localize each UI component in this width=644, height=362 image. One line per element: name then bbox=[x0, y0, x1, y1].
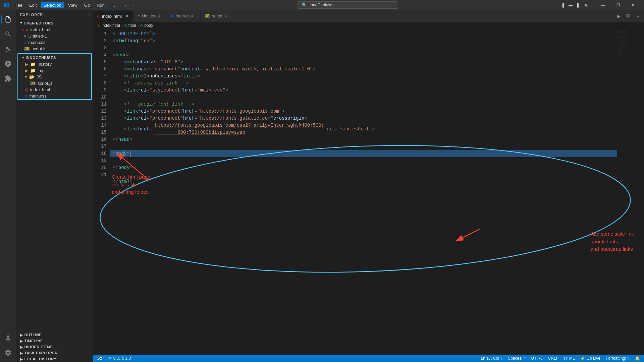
bell-icon: 🔔 bbox=[635, 356, 640, 361]
tab-main-css[interactable]: # main.css bbox=[167, 10, 201, 22]
info-icon: ℹ bbox=[125, 356, 127, 361]
breadcrumb-file[interactable]: index.html bbox=[102, 23, 120, 28]
close-button[interactable]: ✕ bbox=[626, 0, 641, 10]
menu-selection[interactable]: Selection bbox=[41, 2, 64, 8]
folder-js[interactable]: ▾ 📂 JS bbox=[18, 74, 91, 80]
formatting-status[interactable]: Formatting: × bbox=[604, 356, 631, 361]
line-endings[interactable]: CRLF bbox=[547, 356, 560, 361]
tab-main-css-label: main.css bbox=[175, 13, 193, 18]
local-history-section[interactable]: ▶ LOCAL HISTORY bbox=[16, 356, 93, 362]
tab-file-icon: ≡ bbox=[138, 14, 140, 18]
cursor-position[interactable]: Ln 17, Col 7 bbox=[479, 356, 504, 361]
breadcrumb-sep1: › bbox=[121, 23, 123, 28]
line-numbers: 1 2 3 4 5 6 7 8 9 10 11 12 13 14 15 16 1… bbox=[93, 29, 110, 355]
open-editor-script-js[interactable]: JS script.js bbox=[16, 46, 93, 52]
menu-file[interactable]: File bbox=[13, 2, 25, 8]
hidden-items-section[interactable]: ▶ HIDDEN ITEMS bbox=[16, 344, 93, 350]
task-explorer-section[interactable]: ▶ TASK EXPLORER bbox=[16, 350, 93, 356]
tab-index-html-close[interactable]: ✕ bbox=[125, 13, 129, 19]
open-editor-untitled[interactable]: ≡ Untitled-1 bbox=[16, 33, 93, 39]
search-icon: 🔍 bbox=[302, 3, 307, 7]
maximize-button[interactable]: ❐ bbox=[610, 0, 626, 10]
folder-img-icon: 📁 bbox=[30, 68, 36, 73]
file-main-css[interactable]: # main.css bbox=[18, 93, 91, 99]
open-editors-label: OPEN EDITORS bbox=[24, 21, 54, 25]
breadcrumb-body[interactable]: body bbox=[144, 23, 153, 28]
code-line-11: <!-- google font link --> bbox=[110, 101, 617, 108]
split-editor-button[interactable]: ⧉ bbox=[624, 12, 632, 20]
folder-history[interactable]: ▶ 📁 .history bbox=[18, 61, 91, 67]
source-control-activity-icon[interactable] bbox=[1, 42, 15, 56]
code-content[interactable]: <!DOCTYPE html> <html lang="en"> <head> … bbox=[110, 29, 617, 355]
settings-activity-icon[interactable] bbox=[1, 346, 15, 359]
indentation[interactable]: Spaces: 4 bbox=[506, 356, 527, 361]
breadcrumb: ◇ index.html › ◇ html › ◇ body bbox=[93, 22, 644, 29]
nav-back-button[interactable]: ← bbox=[124, 2, 129, 8]
timeline-section[interactable]: ▶ TIMELINE bbox=[16, 338, 93, 344]
innogeniuses-title: INNOGENIUSES bbox=[26, 56, 56, 60]
title-bar: File Edit Selection View Go Run ... ← → … bbox=[0, 0, 644, 10]
menu-go[interactable]: Go bbox=[82, 2, 93, 8]
tab-untitled[interactable]: ≡ Untitled-1 bbox=[133, 10, 167, 22]
run-debug-activity-icon[interactable] bbox=[1, 57, 15, 70]
minimize-button[interactable]: — bbox=[595, 0, 610, 10]
notifications-bell[interactable]: 🔔 bbox=[634, 356, 641, 361]
code-line-10 bbox=[110, 94, 617, 101]
file-main-css-label: main.css bbox=[29, 94, 46, 99]
open-editor-index-html[interactable]: × ◇ index.html bbox=[16, 26, 93, 33]
outline-section[interactable]: ▶ OUTLINE bbox=[16, 332, 93, 338]
code-line-15: </head> bbox=[110, 136, 617, 143]
search-box[interactable]: 🔍 InnoGeniuses bbox=[298, 1, 398, 9]
folder-img[interactable]: ▶ 📁 img bbox=[18, 67, 91, 74]
warning-count: 0 bbox=[122, 356, 124, 361]
breadcrumb-html[interactable]: html bbox=[128, 23, 136, 28]
innogeniuses-label[interactable]: ▾ INNOGENIUSES bbox=[18, 54, 91, 61]
code-line-16 bbox=[110, 143, 617, 150]
customize-layout[interactable]: ⊞ bbox=[584, 2, 589, 8]
code-editor[interactable]: 1 2 3 4 5 6 7 8 9 10 11 12 13 14 15 16 1… bbox=[93, 29, 644, 355]
local-history-label: LOCAL HISTORY bbox=[24, 357, 57, 361]
menu-view[interactable]: View bbox=[65, 2, 80, 8]
left-annotation-text: Create html page,css & js fileand a img … bbox=[112, 173, 152, 196]
folder-js-label: JS bbox=[37, 74, 42, 79]
menu-more[interactable]: ... bbox=[109, 2, 118, 8]
extensions-activity-icon[interactable] bbox=[1, 72, 15, 85]
explorer-activity-icon[interactable] bbox=[1, 13, 15, 26]
error-icon: ✕ bbox=[109, 356, 112, 361]
open-editor-index-html-label: index.html bbox=[30, 27, 50, 32]
nav-forward-button[interactable]: → bbox=[130, 2, 136, 8]
file-html-icon: ◇ bbox=[25, 87, 28, 92]
tab-index-html[interactable]: ◇ index.html ✕ bbox=[93, 10, 133, 22]
search-area: 🔍 InnoGeniuses bbox=[139, 1, 556, 9]
sidebar-more-icon[interactable]: ··· bbox=[85, 13, 89, 17]
language-mode[interactable]: HTML bbox=[562, 356, 576, 361]
breadcrumb-icon2: ◇ bbox=[140, 23, 143, 28]
file-script-js[interactable]: JS script.js bbox=[18, 80, 91, 86]
activity-bar bbox=[0, 10, 16, 362]
file-index-html[interactable]: ◇ index.html bbox=[18, 86, 91, 93]
more-actions-button[interactable]: ··· bbox=[633, 12, 641, 20]
search-activity-icon[interactable] bbox=[1, 27, 15, 41]
encoding[interactable]: UTF-8 bbox=[530, 356, 544, 361]
go-live-text: Go Live bbox=[587, 356, 600, 361]
open-editor-main-css[interactable]: # main.css bbox=[16, 39, 93, 46]
go-live-button[interactable]: ⚡ Go Live bbox=[579, 356, 602, 361]
right-annotation-text: Add some style linkgoogle fontsand boots… bbox=[591, 230, 634, 253]
tab-script-js[interactable]: JS script.js bbox=[201, 10, 234, 22]
folder-history-chevron: ▶ bbox=[25, 62, 28, 67]
source-control-status[interactable]: ⎇ bbox=[96, 355, 103, 362]
errors-warnings[interactable]: ✕ 0 ⚠ 0 ℹ 0 bbox=[107, 355, 132, 362]
toggle-primary-sidebar[interactable]: ▐ bbox=[560, 2, 565, 8]
line-endings-text: CRLF bbox=[548, 356, 558, 361]
menu-edit[interactable]: Edit bbox=[26, 2, 39, 8]
toggle-panel[interactable]: ▬ bbox=[568, 2, 573, 8]
tab-css-icon: # bbox=[171, 13, 173, 18]
accounts-activity-icon[interactable] bbox=[1, 331, 15, 345]
toggle-secondary-sidebar[interactable]: ▌ bbox=[576, 2, 581, 8]
run-file-button[interactable]: ▶ bbox=[614, 12, 623, 20]
open-editors-section[interactable]: ▾ OPEN EDITORS bbox=[16, 19, 93, 26]
folder-js-icon: 📂 bbox=[29, 74, 35, 79]
code-line-1: <!DOCTYPE html> bbox=[110, 31, 617, 38]
menu-run[interactable]: Run bbox=[94, 2, 107, 8]
sidebar-footer: ▶ OUTLINE ▶ TIMELINE ▶ HIDDEN ITEMS ▶ TA… bbox=[16, 332, 93, 362]
